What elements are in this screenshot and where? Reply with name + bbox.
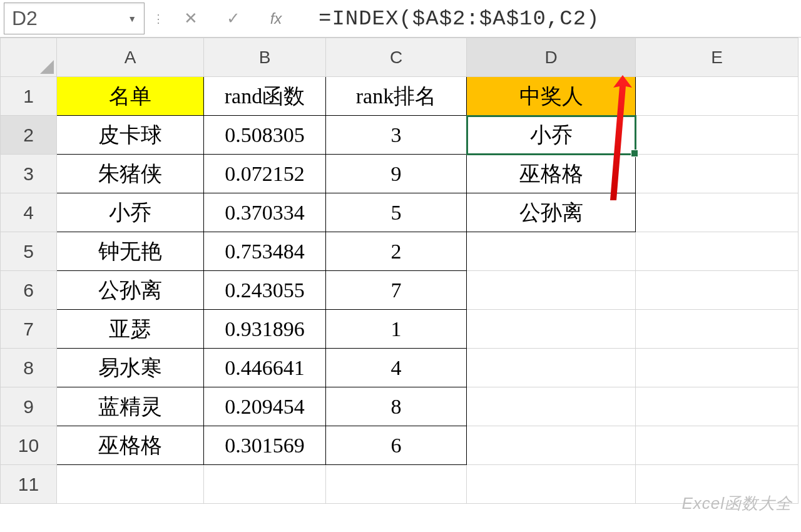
- name-box-value: D2: [12, 7, 123, 30]
- cell-A6[interactable]: 公孙离: [57, 271, 204, 310]
- formula-input[interactable]: =INDEX($A$2:$A$10,C2): [300, 3, 797, 34]
- cell-C1[interactable]: rank排名: [326, 77, 467, 116]
- cell-B4[interactable]: 0.370334: [204, 193, 326, 232]
- cell-E1[interactable]: [636, 77, 798, 116]
- row-header-4[interactable]: 4: [1, 193, 57, 232]
- cell-A3[interactable]: 朱猪侠: [57, 155, 204, 193]
- cell-B2[interactable]: 0.508305: [204, 116, 326, 155]
- cell-B5[interactable]: 0.753484: [204, 232, 326, 271]
- cell-C11[interactable]: [326, 465, 467, 504]
- cell-B3[interactable]: 0.072152: [204, 155, 326, 193]
- row-header-1[interactable]: 1: [1, 77, 57, 116]
- watermark: Excel函数大全: [681, 493, 792, 514]
- cell-A9[interactable]: 蓝精灵: [57, 387, 204, 426]
- cell-B9[interactable]: 0.209454: [204, 387, 326, 426]
- enter-icon[interactable]: ✓: [215, 3, 252, 34]
- row-header-6[interactable]: 6: [1, 271, 57, 310]
- cell-A10[interactable]: 巫格格: [57, 426, 204, 465]
- chevron-down-icon[interactable]: ▼: [123, 14, 136, 24]
- cancel-icon[interactable]: ✕: [172, 3, 210, 34]
- cell-C8[interactable]: 4: [326, 349, 467, 387]
- row-header-5[interactable]: 5: [1, 232, 57, 271]
- cell-C6[interactable]: 7: [326, 271, 467, 310]
- col-header-C[interactable]: C: [326, 38, 467, 77]
- fx-icon[interactable]: fx: [257, 3, 295, 34]
- cell-E7[interactable]: [636, 310, 798, 349]
- row-header-2[interactable]: 2: [1, 116, 57, 155]
- row-header-11[interactable]: 11: [1, 465, 57, 504]
- cell-D11[interactable]: [467, 465, 636, 504]
- cell-C10[interactable]: 6: [326, 426, 467, 465]
- row-header-7[interactable]: 7: [1, 310, 57, 349]
- cell-C4[interactable]: 5: [326, 193, 467, 232]
- row-header-9[interactable]: 9: [1, 387, 57, 426]
- cell-A1[interactable]: 名单: [57, 77, 204, 116]
- cell-C5[interactable]: 2: [326, 232, 467, 271]
- cell-B10[interactable]: 0.301569: [204, 426, 326, 465]
- cell-D8[interactable]: [467, 349, 636, 387]
- cell-C7[interactable]: 1: [326, 310, 467, 349]
- cell-B8[interactable]: 0.446641: [204, 349, 326, 387]
- cell-C9[interactable]: 8: [326, 387, 467, 426]
- cell-A2[interactable]: 皮卡球: [57, 116, 204, 155]
- cell-C3[interactable]: 9: [326, 155, 467, 193]
- cell-E10[interactable]: [636, 426, 798, 465]
- cell-D5[interactable]: [467, 232, 636, 271]
- cell-E6[interactable]: [636, 271, 798, 310]
- cell-A5[interactable]: 钟无艳: [57, 232, 204, 271]
- cell-B6[interactable]: 0.243055: [204, 271, 326, 310]
- cell-A11[interactable]: [57, 465, 204, 504]
- cell-E4[interactable]: [636, 193, 798, 232]
- col-header-D[interactable]: D: [467, 38, 636, 77]
- col-header-E[interactable]: E: [636, 38, 798, 77]
- cell-C2[interactable]: 3: [326, 116, 467, 155]
- cell-B11[interactable]: [204, 465, 326, 504]
- cell-D1[interactable]: 中奖人: [467, 77, 636, 116]
- cell-D4[interactable]: 公孙离: [467, 193, 636, 232]
- cell-D3[interactable]: 巫格格: [467, 155, 636, 193]
- col-header-B[interactable]: B: [204, 38, 326, 77]
- cell-E8[interactable]: [636, 349, 798, 387]
- row-header-8[interactable]: 8: [1, 349, 57, 387]
- cell-E5[interactable]: [636, 232, 798, 271]
- name-box[interactable]: D2 ▼: [4, 3, 145, 34]
- cell-D2[interactable]: 小乔: [467, 116, 636, 155]
- col-header-A[interactable]: A: [57, 38, 204, 77]
- cell-E2[interactable]: [636, 116, 798, 155]
- cell-D10[interactable]: [467, 426, 636, 465]
- cell-B1[interactable]: rand函数: [204, 77, 326, 116]
- spreadsheet-grid[interactable]: A B C D E 1 名单 rand函数 rank排名 中奖人 2 皮卡球 0…: [0, 38, 801, 504]
- cell-D7[interactable]: [467, 310, 636, 349]
- cell-D6[interactable]: [467, 271, 636, 310]
- row-header-10[interactable]: 10: [1, 426, 57, 465]
- cell-B7[interactable]: 0.931896: [204, 310, 326, 349]
- cell-A7[interactable]: 亚瑟: [57, 310, 204, 349]
- cell-E3[interactable]: [636, 155, 798, 193]
- cell-A8[interactable]: 易水寒: [57, 349, 204, 387]
- cell-A4[interactable]: 小乔: [57, 193, 204, 232]
- separator-icon: ⋮: [150, 3, 167, 34]
- select-all-corner[interactable]: [1, 38, 57, 77]
- cell-D9[interactable]: [467, 387, 636, 426]
- cell-E9[interactable]: [636, 387, 798, 426]
- row-header-3[interactable]: 3: [1, 155, 57, 193]
- formula-bar: D2 ▼ ⋮ ✕ ✓ fx =INDEX($A$2:$A$10,C2): [0, 0, 801, 38]
